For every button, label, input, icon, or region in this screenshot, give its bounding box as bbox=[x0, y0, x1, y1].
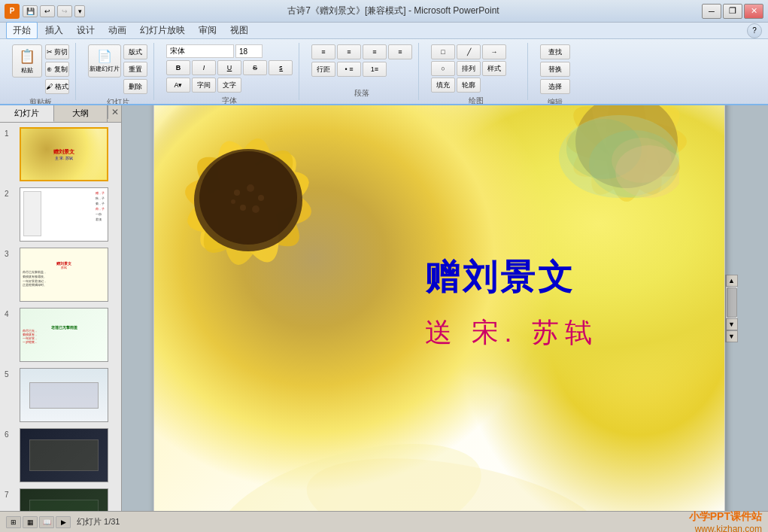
align-left-button[interactable]: ≡ bbox=[311, 44, 335, 59]
copy-button[interactable]: ⊕ 复制 bbox=[45, 62, 69, 77]
scroll-down-arrow-2[interactable]: ▼ bbox=[726, 330, 738, 342]
align-center-button[interactable]: ≡ bbox=[337, 44, 361, 59]
minimize-button[interactable]: ─ bbox=[702, 4, 721, 19]
strikethrough-button[interactable]: S bbox=[243, 60, 267, 75]
underline-button[interactable]: U bbox=[217, 60, 241, 75]
slide-thumbnail-7[interactable]: 7 bbox=[3, 487, 118, 511]
clipboard-label: 剪贴板 bbox=[29, 97, 52, 105]
right-scrollbar: ▲ ▼ ▼ bbox=[725, 275, 737, 342]
format-paint-button[interactable]: 🖌 格式 bbox=[45, 79, 69, 94]
drawing-group-label: 绘图 bbox=[469, 96, 484, 105]
slide-sub-buttons: 版式 重置 删除 bbox=[123, 44, 147, 94]
slide-num-4: 4 bbox=[5, 308, 17, 318]
layout-button[interactable]: 版式 bbox=[123, 44, 147, 59]
slideshow-icon[interactable]: ▶ bbox=[56, 516, 71, 528]
justify-button[interactable]: ≡ bbox=[388, 44, 412, 59]
slide-background bbox=[154, 105, 724, 511]
outline-tab[interactable]: 大纲 bbox=[54, 105, 108, 122]
line-spacing-button[interactable]: 行距 bbox=[311, 62, 335, 77]
scroll-up-arrow[interactable]: ▲ bbox=[726, 275, 738, 287]
bold-button[interactable]: B bbox=[166, 60, 190, 75]
slide-thumbnail-3[interactable]: 3 赠刘景文 苏轼 荷尽已无擎雨盖， 菊残犹有傲霜枝。 一年好景君须记， 正是橙… bbox=[3, 246, 118, 303]
thumb-2-text6: 君须 bbox=[96, 217, 105, 221]
arrange-button[interactable]: 排列 bbox=[457, 61, 481, 76]
redo-quick-btn[interactable]: ↪ bbox=[57, 5, 72, 17]
ribbon-slides-group: 📄 新建幻灯片 版式 重置 删除 幻灯片 bbox=[82, 43, 154, 100]
slide-thumbnail-4[interactable]: 4 老莲已无擎雨盖 荷尽已无，菊残犹有，一年好景，一岁橙黄... bbox=[3, 306, 118, 363]
shape-line-button[interactable]: ╱ bbox=[457, 44, 481, 59]
shape-oval-button[interactable]: ○ bbox=[431, 61, 455, 76]
menu-review[interactable]: 审阅 bbox=[193, 23, 223, 38]
shape-outline-button[interactable]: 轮廓 bbox=[457, 78, 481, 93]
new-slide-icon: 📄 bbox=[97, 49, 112, 63]
slide-thumbnail-1[interactable]: 1 赠刘景文 主 宋. 苏轼 bbox=[3, 126, 118, 183]
slide-num-5: 5 bbox=[5, 368, 17, 378]
font-color-button[interactable]: A▾ bbox=[166, 78, 190, 93]
quick-style-button[interactable]: 样式 bbox=[482, 61, 506, 76]
menu-insert[interactable]: 插入 bbox=[39, 23, 69, 38]
number-button[interactable]: 1≡ bbox=[363, 62, 387, 77]
slide-thumb-img-7 bbox=[20, 488, 108, 511]
main-editing-area: 赠刘景文 送 宋. 苏轼 ▲ ▼ ▼ bbox=[122, 105, 768, 511]
text-direction-button[interactable]: 文字 bbox=[217, 78, 241, 93]
paste-icon: 📋 bbox=[19, 48, 35, 65]
paste-button[interactable]: 📋 粘贴 bbox=[12, 44, 42, 78]
help-icon[interactable]: ? bbox=[747, 23, 762, 38]
slide-thumbnail-2[interactable]: 2 赠，子 秋，子 菊，子 荷，子 一份 君须 bbox=[3, 186, 118, 243]
new-slide-button[interactable]: 📄 新建幻灯片 bbox=[88, 44, 121, 78]
window-title: 古诗7《赠刘景文》[兼容模式] - Microsoft PowerPoint bbox=[85, 5, 702, 17]
slide-thumbnail-6[interactable]: 6 bbox=[3, 427, 118, 484]
thumb-3-sub: 苏轼 bbox=[23, 266, 105, 269]
delete-slide-button[interactable]: 删除 bbox=[123, 79, 147, 94]
shape-fill-button[interactable]: 填充 bbox=[431, 78, 455, 93]
save-quick-btn[interactable]: 💾 bbox=[23, 5, 38, 17]
slide-title[interactable]: 赠刘景文 bbox=[425, 254, 575, 301]
italic-button[interactable]: I bbox=[192, 60, 216, 75]
slides-tab[interactable]: 幻灯片 bbox=[0, 105, 54, 122]
panel-tabs: 幻灯片 大纲 ✕ bbox=[0, 105, 121, 123]
restore-button[interactable]: ❐ bbox=[723, 4, 742, 19]
slide-thumb-img-4: 老莲已无擎雨盖 荷尽已无，菊残犹有，一年好景，一岁橙黄... bbox=[20, 308, 108, 362]
scroll-thumb[interactable] bbox=[727, 287, 737, 318]
menu-design[interactable]: 设计 bbox=[71, 23, 101, 38]
font-size-select[interactable]: 18 bbox=[235, 44, 263, 58]
menu-slideshow[interactable]: 幻灯片放映 bbox=[134, 23, 191, 38]
menu-animation[interactable]: 动画 bbox=[102, 23, 132, 38]
close-button[interactable]: ✕ bbox=[744, 4, 763, 19]
slide-subtitle[interactable]: 送 宋. 苏轼 bbox=[425, 315, 598, 351]
shadow-button[interactable]: s̲ bbox=[269, 60, 293, 75]
slide-1-content: 赠刘景文 主 宋. 苏轼 bbox=[21, 129, 107, 180]
font-family-select[interactable]: 宋体 bbox=[166, 44, 234, 58]
select-button[interactable]: 选择 bbox=[540, 79, 570, 94]
bullet-button[interactable]: • ≡ bbox=[337, 62, 361, 77]
slide-num-6: 6 bbox=[5, 428, 17, 439]
thumb-2-text: 赠，子 bbox=[96, 191, 105, 195]
reset-button[interactable]: 重置 bbox=[123, 62, 147, 77]
menu-view[interactable]: 视图 bbox=[224, 23, 254, 38]
char-spacing-button[interactable]: 字间 bbox=[192, 78, 216, 93]
find-button[interactable]: 查找 bbox=[540, 44, 570, 59]
normal-view-icon[interactable]: ⊞ bbox=[6, 516, 21, 528]
dropdown-quick-btn[interactable]: ▾ bbox=[74, 5, 85, 17]
shape-rect-button[interactable]: □ bbox=[431, 44, 455, 59]
panel-close-button[interactable]: ✕ bbox=[108, 105, 121, 119]
paragraph-group-label: 段落 bbox=[354, 88, 369, 99]
slide-sorter-icon[interactable]: ▦ bbox=[23, 516, 38, 528]
scroll-down-arrow-1[interactable]: ▼ bbox=[726, 318, 738, 330]
slide-thumb-img-6 bbox=[20, 428, 108, 482]
cut-button[interactable]: ✂ 剪切 bbox=[45, 44, 69, 59]
undo-quick-btn[interactable]: ↩ bbox=[40, 5, 55, 17]
slide-canvas[interactable]: 赠刘景文 送 宋. 苏轼 bbox=[153, 105, 725, 511]
thumb-2-text4: 荷，子 bbox=[96, 207, 105, 211]
slide-7-content bbox=[20, 489, 108, 511]
thumb-4-text: 荷尽已无，菊残犹有，一年好景，一岁橙黄... bbox=[23, 330, 105, 345]
align-right-button[interactable]: ≡ bbox=[363, 44, 387, 59]
thumb-2-text3: 菊，子 bbox=[96, 202, 105, 205]
menu-start[interactable]: 开始 bbox=[6, 22, 38, 39]
reading-view-icon[interactable]: 📖 bbox=[39, 516, 54, 528]
replace-button[interactable]: 替换 bbox=[540, 62, 570, 77]
slide-5-content bbox=[20, 369, 108, 421]
shape-arrow-button[interactable]: → bbox=[482, 44, 506, 59]
slide-thumbnail-5[interactable]: 5 bbox=[3, 366, 118, 424]
slide-6-content bbox=[20, 429, 108, 482]
